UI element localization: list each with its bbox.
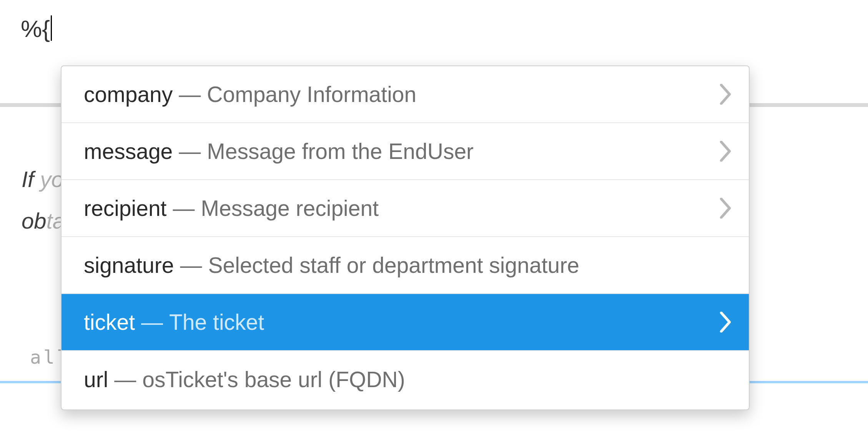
- autocomplete-item-separator: —: [108, 367, 142, 392]
- autocomplete-item-ticket[interactable]: ticket — The ticket: [62, 294, 749, 351]
- autocomplete-item-separator: —: [173, 139, 207, 164]
- autocomplete-item-desc: Message from the EndUser: [207, 139, 474, 164]
- autocomplete-item-separator: —: [173, 82, 207, 107]
- autocomplete-item-key: signature: [84, 252, 174, 278]
- autocomplete-item-desc: The ticket: [169, 309, 264, 335]
- variable-autocomplete-popup: company — Company Information message — …: [61, 65, 750, 410]
- autocomplete-item-desc: osTicket's base url (FQDN): [142, 367, 405, 392]
- autocomplete-item-key: url: [84, 367, 108, 392]
- text-caret: [51, 15, 52, 41]
- autocomplete-item-desc: Message recipient: [201, 195, 379, 221]
- autocomplete-item-desc: Selected staff or department signature: [208, 252, 579, 278]
- autocomplete-item-key: message: [84, 139, 173, 164]
- autocomplete-item-signature[interactable]: signature — Selected staff or department…: [62, 237, 749, 294]
- chevron-right-icon: [719, 84, 732, 105]
- autocomplete-item-desc: Company Information: [207, 82, 416, 107]
- autocomplete-item-recipient[interactable]: recipient — Message recipient: [62, 180, 749, 237]
- editor-area[interactable]: %{: [21, 15, 868, 43]
- autocomplete-item-separator: —: [135, 309, 169, 335]
- autocomplete-item-key: company: [84, 82, 173, 107]
- autocomplete-item-separator: —: [174, 252, 208, 278]
- variable-trigger-text: %{: [21, 15, 50, 42]
- chevron-right-icon: [719, 141, 732, 162]
- autocomplete-item-company[interactable]: company — Company Information: [62, 66, 749, 123]
- chevron-right-icon: [719, 198, 732, 219]
- autocomplete-item-key: ticket: [84, 309, 135, 335]
- autocomplete-item-separator: —: [166, 195, 201, 221]
- chevron-right-icon: [719, 312, 732, 332]
- autocomplete-item-url[interactable]: url — osTicket's base url (FQDN): [62, 351, 749, 408]
- autocomplete-item-key: recipient: [84, 195, 166, 221]
- autocomplete-item-message[interactable]: message — Message from the EndUser: [62, 123, 749, 180]
